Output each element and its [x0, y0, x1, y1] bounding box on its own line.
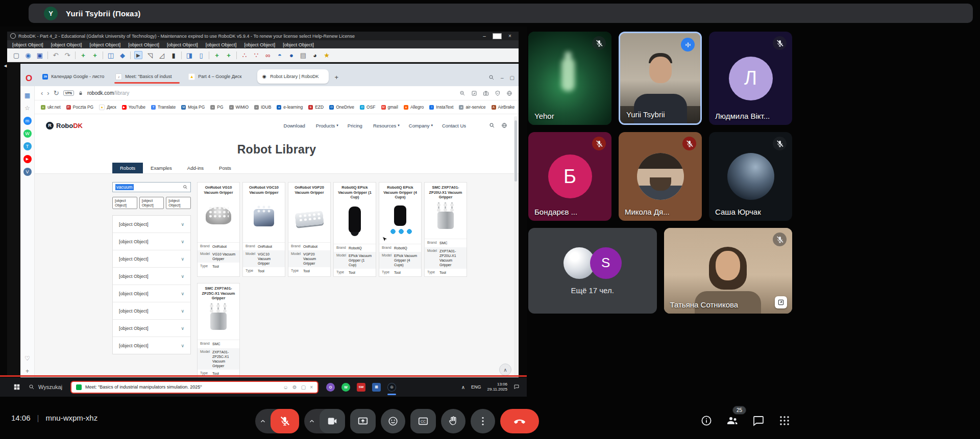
participant-tile[interactable]: Л Л Людмила Вікт... [709, 32, 792, 125]
machine-icon[interactable]: ▤ [299, 51, 307, 59]
new-tab-button[interactable]: + [331, 71, 342, 83]
product-card[interactable]: RobotiQ EPick Vacuum Gripper (1 Cup) Bra… [333, 182, 376, 277]
calculator-app-icon[interactable]: ▦ [372, 383, 381, 392]
measure-icon[interactable]: ▮ [169, 51, 178, 59]
browser-tab[interactable]: ▲ Part 4 – Google Диск [184, 69, 256, 84]
robodk-app-icon[interactable]: ◎ [387, 383, 396, 392]
sidebar-setup-icon[interactable]: + [23, 367, 32, 375]
participant-tile[interactable]: Yurii Tsybrii [619, 32, 702, 125]
mic-options-chevron-icon[interactable] [255, 409, 271, 433]
participant-tile[interactable]: S S Ещё 17 чел. [528, 228, 657, 314]
library-tab[interactable]: Posts [211, 163, 239, 173]
isometric-view-icon[interactable]: ◆ [118, 51, 127, 59]
messenger-icon[interactable]: m [23, 117, 32, 125]
add-target-icon[interactable]: + [91, 51, 99, 59]
url-field[interactable]: robodk.com/library [87, 90, 129, 96]
solidworks-app-icon[interactable]: SW [357, 383, 365, 392]
tab-search-icon[interactable] [488, 74, 495, 81]
filter-accordion-row[interactable]: [object Object] ∨ [113, 250, 190, 268]
bookmark-item[interactable]: u ukr.net [41, 105, 61, 110]
redo-icon[interactable]: ↷ [63, 51, 71, 59]
open-icon[interactable]: ◉ [24, 51, 32, 59]
zoom-page-icon[interactable] [459, 90, 465, 96]
bookmark-item[interactable]: ▲ Диск [99, 105, 116, 110]
toolbar-separator[interactable] [236, 51, 237, 59]
popout-button[interactable] [775, 296, 787, 308]
camera-view-icon[interactable]: ◕ [311, 51, 319, 59]
browser-tab[interactable]: 29 Календар Google - листо [38, 69, 110, 84]
back-icon[interactable]: ‹ [41, 89, 43, 97]
reload-icon[interactable]: ↻ [54, 89, 59, 97]
product-card[interactable]: SMC ZXP7A01-ZP20U-X1 Vacuum Gripper Bran… [424, 182, 467, 277]
meeting-details-icon[interactable] [700, 415, 713, 427]
web-icon[interactable]: ● [287, 51, 296, 59]
add-tool-icon[interactable]: + [225, 51, 233, 59]
youtube-icon[interactable]: ▶ [23, 155, 32, 163]
library-tab[interactable]: Add-ins [180, 163, 211, 173]
bookmark-item[interactable]: A AirBrake [492, 105, 515, 110]
bookmark-item[interactable]: + PG [210, 105, 223, 110]
mic-button[interactable] [271, 409, 299, 433]
clear-filter-button[interactable]: [object Object] [112, 197, 137, 209]
fit-view-icon[interactable]: ◫ [107, 51, 115, 59]
more-options-button[interactable] [471, 409, 495, 433]
participant-tile[interactable]: Татьяна Сотникова [664, 228, 793, 314]
bookmark-item[interactable]: e e-learning [277, 105, 303, 110]
reactions-banner-icon[interactable]: ☺ [283, 384, 288, 390]
product-card[interactable]: OnRobot VGP20 Vacuum Gripper BrandOnRobo… [288, 182, 331, 277]
browser-tab[interactable]: ♪ Meet: "Basics of indust [111, 69, 183, 84]
undo-icon[interactable]: ↶ [52, 51, 60, 59]
filter-accordion-row[interactable]: [object Object] ∨ [113, 233, 190, 250]
bookmark-item[interactable]: + IDUB [254, 105, 271, 110]
browser-tab[interactable]: ◉ Robot Library | RoboDK [257, 69, 329, 84]
menu-item[interactable]: [object Object] [12, 42, 43, 47]
activities-icon[interactable] [778, 415, 791, 427]
forward-icon[interactable]: › [47, 89, 49, 97]
program-icon[interactable]: ∵ [252, 51, 260, 59]
collision-icon[interactable]: ◨ [185, 51, 193, 59]
toolbar-separator[interactable] [75, 51, 76, 59]
save-icon[interactable]: ▣ [36, 51, 44, 59]
clear-filter-button[interactable]: [object Object] [166, 197, 191, 209]
site-nav-item[interactable]: Products▾ [316, 123, 338, 128]
close-window-button[interactable]: × [504, 33, 516, 39]
filter-accordion-row[interactable]: [object Object] ∨ [113, 216, 190, 233]
site-nav-item[interactable]: Resources▾ [373, 123, 400, 128]
bookmark-item[interactable]: T Translate [151, 105, 176, 110]
chat-icon[interactable] [752, 415, 765, 427]
scroll-top-button[interactable]: ∧ [499, 364, 511, 376]
toolbar-separator[interactable] [47, 51, 48, 59]
bookmark-item[interactable]: I InstaText [429, 105, 453, 110]
product-card[interactable]: RobotiQ EPick Vacuum Gripper (4 Cups) Br… [379, 182, 422, 277]
menu-item[interactable]: [object Object] [206, 42, 237, 47]
clear-filter-button[interactable]: [object Object] [139, 197, 164, 209]
move-tool-icon[interactable]: ◹ [146, 51, 154, 59]
connect-robot-icon[interactable]: ∞ [264, 51, 272, 59]
bookmark-item[interactable]: ▶ YouTube [122, 105, 145, 110]
snapshot-icon[interactable] [483, 90, 489, 96]
bookmark-item[interactable]: O OneDrive [329, 105, 354, 110]
menu-item[interactable]: [object Object] [51, 42, 82, 47]
pause-icon[interactable]: ▯ [197, 51, 205, 59]
vk-icon[interactable]: V [23, 168, 32, 176]
participant-tile[interactable]: Микола Дя... [619, 132, 702, 221]
participant-tile[interactable]: Б Б Бондарєв ... [528, 132, 611, 221]
bookmark-item[interactable]: M gmail [381, 105, 398, 110]
filter-accordion-row[interactable]: [object Object] ∨ [113, 285, 190, 302]
reactions-button[interactable] [381, 409, 405, 433]
tray-expand-icon[interactable]: ∧ [461, 384, 465, 390]
menu-item[interactable]: [object Object] [128, 42, 159, 47]
whatsapp-app-icon[interactable]: W [341, 383, 350, 392]
taskbar-search[interactable]: Wyszukaj [29, 384, 62, 390]
site-nav-item[interactable]: Download [284, 123, 307, 128]
browser-app-icon[interactable]: O [326, 383, 335, 392]
filter-accordion-row[interactable]: [object Object] ∨ [113, 302, 190, 320]
menu-item[interactable]: [object Object] [167, 42, 198, 47]
bookmark-item[interactable]: E EZD [308, 105, 324, 110]
vpn-badge[interactable]: VPN [63, 90, 74, 96]
bookmark-item[interactable]: M Moja PG [181, 105, 205, 110]
raise-hand-button[interactable] [441, 409, 465, 433]
site-nav-item[interactable]: Contact Us [442, 123, 468, 128]
library-tab[interactable]: Examples [143, 163, 180, 173]
browser-minimize-button[interactable]: – [501, 75, 504, 81]
